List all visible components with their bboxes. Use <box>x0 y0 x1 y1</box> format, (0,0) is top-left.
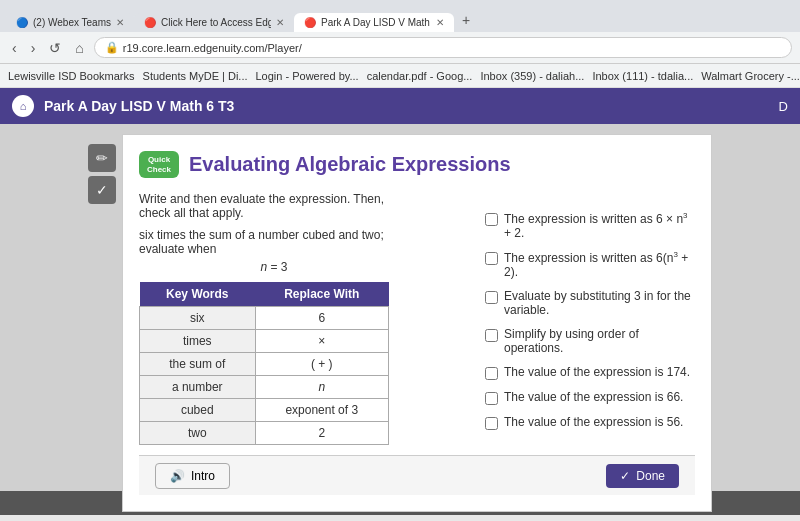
option-0: The expression is written as 6 × n3 + 2. <box>485 211 695 240</box>
table-row: cubed exponent of 3 <box>140 399 389 422</box>
tab-close-edgenuity[interactable]: ✕ <box>276 17 284 28</box>
checkbox-6[interactable] <box>485 417 498 430</box>
option-6: The value of the expression is 56. <box>485 415 695 430</box>
option-label-5: The value of the expression is 66. <box>504 390 683 404</box>
quick-check-badge: Quick Check <box>139 151 179 178</box>
bookmark-0[interactable]: Lewisville ISD Bookmarks <box>8 70 135 82</box>
bookmark-3[interactable]: calendar.pdf - Goog... <box>367 70 473 82</box>
option-2: Evaluate by substituting 3 in for the va… <box>485 289 695 317</box>
option-3: Simplify by using order of operations. <box>485 327 695 355</box>
bookmark-5[interactable]: Inbox (111) - tdalia... <box>592 70 693 82</box>
option-label-0: The expression is written as 6 × n3 + 2. <box>504 211 695 240</box>
tab-edgenuity[interactable]: 🔴 Click Here to Access Edgenuity ✕ <box>134 13 294 32</box>
problem-desc: six times the sum of a number cubed and … <box>139 228 409 256</box>
table-cell-key-3: a number <box>140 376 256 399</box>
app-title: Park A Day LISD V Math 6 T3 <box>44 98 779 114</box>
url-text: r19.core.learn.edgenuity.com/Player/ <box>123 42 302 54</box>
table-cell-val-2: ( + ) <box>255 353 388 376</box>
bookmarks-bar: Lewisville ISD Bookmarks Students MyDE |… <box>0 64 800 88</box>
browser-bar: ‹ › ↺ ⌂ 🔒 r19.core.learn.edgenuity.com/P… <box>0 32 800 64</box>
table-cell-key-2: the sum of <box>140 353 256 376</box>
bookmark-2[interactable]: Login - Powered by... <box>256 70 359 82</box>
card-title: Evaluating Algebraic Expressions <box>189 153 511 176</box>
table-header-replace: Replace With <box>255 282 388 307</box>
back-button[interactable]: ‹ <box>8 38 21 58</box>
tab-label-edgenuity: Click Here to Access Edgenuity <box>161 17 271 28</box>
tab-close-active[interactable]: ✕ <box>436 17 444 28</box>
tab-webex[interactable]: 🔵 (2) Webex Teams ✕ <box>6 13 134 32</box>
forward-button[interactable]: › <box>27 38 40 58</box>
option-1: The expression is written as 6(n3 + 2). <box>485 250 695 279</box>
pencil-icon[interactable]: ✏ <box>88 144 116 172</box>
option-label-4: The value of the expression is 174. <box>504 365 690 379</box>
lock-icon: 🔒 <box>105 41 119 54</box>
speaker-icon: 🔊 <box>170 469 185 483</box>
tab-close-webex[interactable]: ✕ <box>116 17 124 28</box>
table-cell-key-4: cubed <box>140 399 256 422</box>
bookmark-1[interactable]: Students MyDE | Di... <box>143 70 248 82</box>
table-cell-key-0: six <box>140 307 256 330</box>
checkbox-3[interactable] <box>485 329 498 342</box>
checkbox-0[interactable] <box>485 213 498 226</box>
table-cell-val-3: n <box>255 376 388 399</box>
table-row: a number n <box>140 376 389 399</box>
table-row: times × <box>140 330 389 353</box>
table-cell-val-0: 6 <box>255 307 388 330</box>
bookmark-6[interactable]: Walmart Grocery -... <box>701 70 800 82</box>
done-label: Done <box>636 469 665 483</box>
table-row: six 6 <box>140 307 389 330</box>
tab-label-active: Park A Day LISD V Math 6 T3 - E... <box>321 17 431 28</box>
checkmark-icon: ✓ <box>620 469 630 483</box>
url-bar[interactable]: 🔒 r19.core.learn.edgenuity.com/Player/ <box>94 37 792 58</box>
option-label-6: The value of the expression is 56. <box>504 415 683 429</box>
browser-tabs: 🔵 (2) Webex Teams ✕ 🔴 Click Here to Acce… <box>0 0 800 32</box>
bookmark-4[interactable]: Inbox (359) - daliah... <box>480 70 584 82</box>
intro-label: Intro <box>191 469 215 483</box>
bottom-bar: 🔊 Intro ✓ Done <box>139 455 695 495</box>
app-header: ⌂ Park A Day LISD V Math 6 T3 D <box>0 88 800 124</box>
table-cell-key-1: times <box>140 330 256 353</box>
option-label-3: Simplify by using order of operations. <box>504 327 695 355</box>
checkbox-2[interactable] <box>485 291 498 304</box>
table-row: the sum of ( + ) <box>140 353 389 376</box>
checkbox-4[interactable] <box>485 367 498 380</box>
checkbox-1[interactable] <box>485 252 498 265</box>
option-label-1: The expression is written as 6(n3 + 2). <box>504 250 695 279</box>
table-row: two 2 <box>140 422 389 445</box>
options-panel: The expression is written as 6 × n3 + 2.… <box>485 211 695 440</box>
n-value: n = 3 <box>139 260 409 274</box>
table-cell-key-5: two <box>140 422 256 445</box>
new-tab-button[interactable]: + <box>454 8 478 32</box>
table-cell-val-5: 2 <box>255 422 388 445</box>
done-button[interactable]: ✓ Done <box>606 464 679 488</box>
refresh-button[interactable]: ↺ <box>45 38 65 58</box>
card: Quick Check Evaluating Algebraic Express… <box>122 134 712 512</box>
intro-button[interactable]: 🔊 Intro <box>155 463 230 489</box>
card-header: Quick Check Evaluating Algebraic Express… <box>139 151 695 178</box>
app-header-right: D <box>779 99 788 114</box>
table-header-keywords: Key Words <box>140 282 256 307</box>
table-cell-val-1: × <box>255 330 388 353</box>
table-cell-val-4: exponent of 3 <box>255 399 388 422</box>
option-4: The value of the expression is 174. <box>485 365 695 380</box>
checkbox-5[interactable] <box>485 392 498 405</box>
check-icon[interactable]: ✓ <box>88 176 116 204</box>
option-5: The value of the expression is 66. <box>485 390 695 405</box>
instructions-text: Write and then evaluate the expression. … <box>139 192 409 220</box>
tab-label-webex: (2) Webex Teams <box>33 17 111 28</box>
tab-active[interactable]: 🔴 Park A Day LISD V Math 6 T3 - E... ✕ <box>294 13 454 32</box>
home-button[interactable]: ⌂ <box>71 38 87 58</box>
main-content: ✏ ✓ Quick Check Evaluating Algebraic Exp… <box>0 124 800 491</box>
option-label-2: Evaluate by substituting 3 in for the va… <box>504 289 695 317</box>
key-words-table: Key Words Replace With six 6 times × the… <box>139 282 389 445</box>
home-icon[interactable]: ⌂ <box>12 95 34 117</box>
